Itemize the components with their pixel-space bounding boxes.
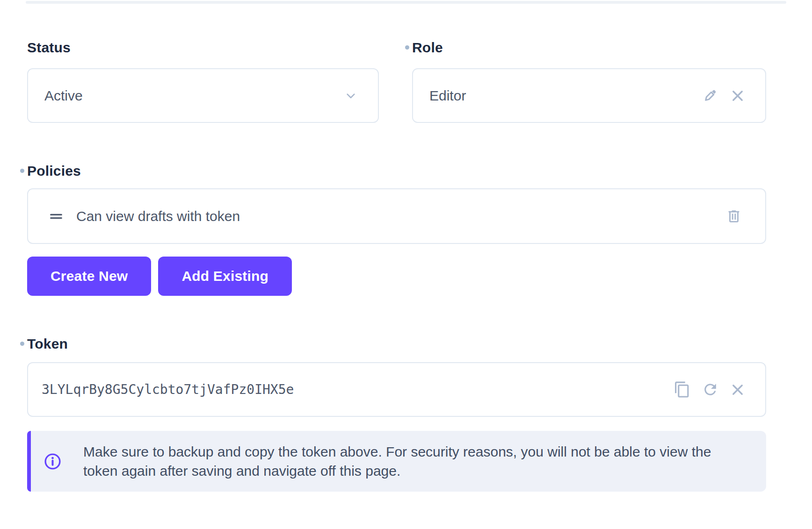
info-icon bbox=[43, 452, 62, 471]
notice-text: Make sure to backup and copy the token a… bbox=[83, 442, 738, 480]
policies-actions: Create New Add Existing bbox=[27, 257, 766, 296]
notice-accent-bar bbox=[27, 431, 31, 492]
status-role-row: Status Active Role Editor bbox=[27, 39, 766, 123]
policies-label: Policies bbox=[27, 163, 766, 179]
required-dot bbox=[405, 45, 409, 50]
clear-token-button[interactable] bbox=[730, 382, 746, 398]
create-new-button[interactable]: Create New bbox=[27, 257, 151, 296]
role-value: Editor bbox=[429, 88, 701, 104]
trash-icon bbox=[726, 208, 742, 224]
role-field-group: Role Editor bbox=[412, 39, 766, 123]
role-label-text: Role bbox=[412, 40, 443, 55]
close-icon bbox=[730, 88, 746, 104]
status-value: Active bbox=[44, 88, 343, 104]
policy-name: Can view drafts with token bbox=[76, 208, 726, 224]
token-value: 3LYLqrBy8G5Cylcbto7tjVafPz0IHX5e bbox=[42, 382, 674, 397]
deselect-role-button[interactable] bbox=[730, 88, 746, 104]
chevron-down-icon[interactable] bbox=[343, 88, 358, 103]
copy-token-button[interactable] bbox=[674, 381, 691, 398]
status-field-group: Status Active bbox=[27, 39, 379, 123]
role-label: Role bbox=[412, 39, 766, 56]
copy-icon bbox=[674, 381, 691, 398]
refresh-icon bbox=[702, 381, 719, 398]
add-existing-button[interactable]: Add Existing bbox=[158, 257, 292, 296]
status-label: Status bbox=[27, 39, 379, 56]
policies-label-text: Policies bbox=[27, 163, 81, 179]
token-input[interactable]: 3LYLqrBy8G5Cylcbto7tjVafPz0IHX5e bbox=[27, 362, 766, 417]
edit-role-button[interactable] bbox=[701, 87, 719, 105]
role-input[interactable]: Editor bbox=[412, 68, 766, 123]
user-detail-form: Status Active Role Editor bbox=[0, 1, 812, 529]
section-divider bbox=[26, 1, 786, 4]
drag-handle-icon[interactable] bbox=[48, 208, 65, 225]
status-select[interactable]: Active bbox=[27, 68, 379, 123]
required-dot bbox=[20, 342, 24, 346]
token-warning-notice: Make sure to backup and copy the token a… bbox=[27, 431, 766, 492]
regenerate-token-button[interactable] bbox=[702, 381, 719, 398]
pencil-icon bbox=[701, 87, 719, 105]
delete-policy-button[interactable] bbox=[726, 208, 742, 224]
close-icon bbox=[730, 382, 746, 398]
token-label: Token bbox=[27, 336, 766, 352]
required-dot bbox=[20, 169, 24, 173]
token-label-text: Token bbox=[27, 336, 68, 351]
policy-list-item[interactable]: Can view drafts with token bbox=[27, 188, 766, 244]
